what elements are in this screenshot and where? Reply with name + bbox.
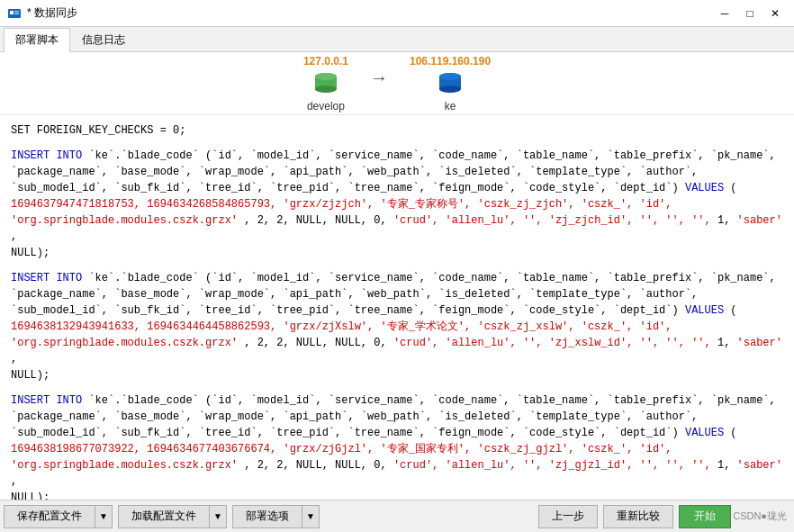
sql-insert-line-2: INSERT INTO `ke`.`blade_code` (`id`, `mo… — [11, 270, 783, 286]
log-content-area[interactable]: SET FOREIGN_KEY_CHECKS = 0; INSERT INTO … — [0, 115, 794, 500]
sql-insert-line-2c: `sub_model_id`, `sub_fk_id`, `tree_id`, … — [11, 302, 783, 319]
load-config-dropdown[interactable]: ▼ — [209, 505, 227, 528]
target-ip: 106.119.160.190 — [410, 55, 491, 68]
sql-insert-line-3: INSERT INTO `ke`.`blade_code` (`id`, `mo… — [11, 392, 783, 409]
recompare-button[interactable]: 重新比较 — [603, 505, 673, 528]
save-config-dropdown[interactable]: ▼ — [95, 505, 113, 528]
sql-insert-block-1: INSERT INTO `ke`.`blade_code` (`id`, `mo… — [11, 148, 783, 261]
sql-values-2c: NULL); — [11, 367, 783, 383]
sql-set-block: SET FOREIGN_KEY_CHECKS = 0; — [11, 122, 783, 139]
target-name: ke — [445, 100, 456, 113]
save-config-button[interactable]: 保存配置文件 — [4, 505, 95, 528]
sql-set-text: SET FOREIGN_KEY_CHECKS = 0; — [11, 124, 185, 137]
watermark-text: CSDN●珑光 — [733, 509, 787, 523]
connection-bar: 127.0.0.1 develop → 106.119.160.190 ke — [0, 52, 794, 115]
sql-values-2: 1694638132943941633, 1694634464458862593… — [11, 319, 783, 335]
app-icon — [7, 6, 22, 21]
sql-insert-line-3b: `package_name`, `base_mode`, `wrap_mode`… — [11, 409, 783, 425]
tab-bar: 部署脚本 信息日志 — [0, 27, 794, 52]
window-title: * 数据同步 — [27, 5, 713, 21]
start-button[interactable]: 开始 — [679, 505, 731, 528]
svg-rect-2 — [14, 11, 19, 13]
sql-values-2b: 'org.springblade.modules.cszk.grzx' , 2,… — [11, 335, 783, 367]
target-db-icon — [436, 69, 465, 98]
svg-point-10 — [439, 86, 461, 93]
sql-insert-block-3: INSERT INTO `ke`.`blade_code` (`id`, `mo… — [11, 392, 783, 500]
load-config-button[interactable]: 加载配置文件 — [118, 505, 209, 528]
svg-point-11 — [439, 73, 461, 80]
bottom-bar: 保存配置文件 ▼ 加载配置文件 ▼ 部署选项 ▼ 上一步 重新比较 开始 CSD… — [0, 500, 794, 532]
tab-deploy[interactable]: 部署脚本 — [4, 28, 70, 52]
svg-rect-3 — [14, 13, 19, 14]
source-db-icon — [311, 69, 340, 98]
maximize-button[interactable]: □ — [738, 4, 762, 23]
prev-step-button[interactable]: 上一步 — [538, 505, 598, 528]
sql-values-1b: 'org.springblade.modules.cszk.grzx' , 2,… — [11, 212, 783, 245]
source-name: develop — [307, 100, 345, 113]
svg-point-6 — [315, 86, 337, 93]
arrow-icon: → — [370, 68, 388, 88]
window-controls: ─ □ ✕ — [713, 4, 787, 23]
title-bar: * 数据同步 ─ □ ✕ — [0, 0, 794, 27]
svg-rect-1 — [10, 11, 14, 14]
sql-insert-line-1c: `sub_model_id`, `sub_fk_id`, `tree_id`, … — [11, 180, 783, 196]
sql-values-3c: NULL); — [11, 490, 783, 500]
sql-insert-line-1: INSERT INTO `ke`.`blade_code` (`id`, `mo… — [11, 148, 783, 164]
sql-values-3b: 'org.springblade.modules.cszk.grzx' , 2,… — [11, 457, 783, 490]
svg-point-7 — [315, 73, 337, 80]
tab-log[interactable]: 信息日志 — [70, 28, 137, 52]
deploy-options-dropdown[interactable]: ▼ — [302, 505, 320, 528]
sql-insert-line-1b: `package_name`, `base_mode`, `wrap_mode`… — [11, 164, 783, 180]
close-button[interactable]: ✕ — [763, 4, 787, 23]
source-connection: 127.0.0.1 develop — [303, 55, 348, 113]
deploy-options-group: 部署选项 ▼ — [232, 505, 320, 528]
load-config-group: 加载配置文件 ▼ — [118, 505, 227, 528]
save-config-group: 保存配置文件 ▼ — [4, 505, 113, 528]
sql-values-1: 1694637947471818753, 1694634268584865793… — [11, 196, 783, 212]
sql-values-3: 1694638198677073922, 1694634677403676674… — [11, 441, 783, 457]
minimize-button[interactable]: ─ — [713, 4, 736, 23]
target-connection: 106.119.160.190 ke — [410, 55, 491, 113]
sql-values-1c: NULL); — [11, 245, 783, 261]
sql-insert-line-2b: `package_name`, `base_mode`, `wrap_mode`… — [11, 286, 783, 302]
source-ip: 127.0.0.1 — [303, 55, 348, 68]
sql-insert-line-3c: `sub_model_id`, `sub_fk_id`, `tree_id`, … — [11, 425, 783, 441]
sql-insert-block-2: INSERT INTO `ke`.`blade_code` (`id`, `mo… — [11, 270, 783, 383]
deploy-options-button[interactable]: 部署选项 — [232, 505, 302, 528]
